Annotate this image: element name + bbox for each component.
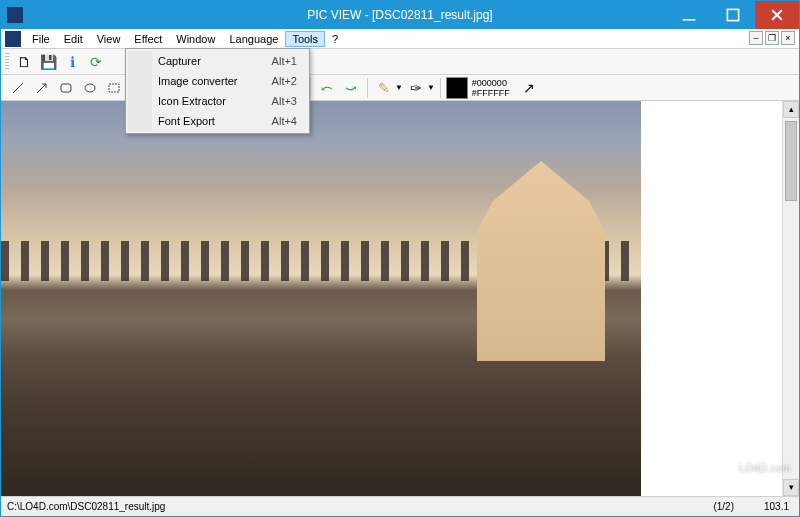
ellipse-icon <box>82 80 98 96</box>
menu-effect[interactable]: Effect <box>127 31 169 47</box>
status-bar: C:\LO4D.com\DSC02811_result.jpg (1/2) 10… <box>1 496 799 516</box>
info-icon: ℹ <box>70 54 75 70</box>
dropdown-arrow-icon-2[interactable]: ▼ <box>427 83 435 92</box>
scroll-up-button[interactable]: ▴ <box>783 101 799 118</box>
menu-edit[interactable]: Edit <box>57 31 90 47</box>
window-title: PIC VIEW - [DSC02811_result.jpg] <box>307 8 492 22</box>
displayed-image <box>1 101 641 496</box>
save-icon: 💾 <box>40 54 57 70</box>
svg-point-7 <box>85 84 95 92</box>
toolbar-grip[interactable] <box>5 53 9 71</box>
title-bar: PIC VIEW - [DSC02811_result.jpg] <box>1 1 799 29</box>
minimize-icon <box>681 7 697 23</box>
toolbar-separator-2 <box>310 78 311 98</box>
dotted-rect-icon <box>106 80 122 96</box>
tools-capturer[interactable]: Capturer Alt+1 <box>128 51 307 71</box>
menu-bar: File Edit View Effect Window Language To… <box>1 29 799 49</box>
new-button[interactable]: 🗋 <box>13 51 35 73</box>
menu-item-shortcut: Alt+3 <box>272 95 297 107</box>
close-icon <box>769 7 785 23</box>
menu-help[interactable]: ? <box>325 31 345 47</box>
status-zoom: 103.1 <box>764 501 789 512</box>
menu-item-label: Capturer <box>158 55 201 67</box>
minimize-button[interactable] <box>667 1 711 29</box>
rotate-left-icon: ⤺ <box>321 80 333 96</box>
svg-rect-1 <box>727 9 738 20</box>
mdi-close-button[interactable]: × <box>781 31 795 45</box>
menu-item-shortcut: Alt+4 <box>272 115 297 127</box>
drawing-toolbar: ↶ ↷ ⤺ ⤻ ✎ ▼ ✑ ▼ #000000 #FFFFFF ↗ <box>1 75 799 101</box>
arrow-tool[interactable] <box>31 77 53 99</box>
menu-view[interactable]: View <box>90 31 128 47</box>
line-icon <box>10 80 26 96</box>
status-page: (1/2) <box>713 501 734 512</box>
info-button[interactable]: ℹ <box>61 51 83 73</box>
brush-tool[interactable]: ✎ <box>373 77 395 99</box>
watermark: LO4D.com <box>739 463 791 474</box>
menu-window[interactable]: Window <box>169 31 222 47</box>
arrow-icon <box>34 80 50 96</box>
tools-font-export[interactable]: Font Export Alt+4 <box>128 111 307 131</box>
svg-rect-8 <box>109 84 119 92</box>
mdi-controls: – ❐ × <box>749 31 795 45</box>
scroll-down-button[interactable]: ▾ <box>783 479 799 496</box>
menu-tools[interactable]: Tools <box>285 31 325 47</box>
svg-rect-6 <box>61 84 71 92</box>
bg-color-value: #FFFFFF <box>472 88 510 98</box>
rotate-right-button[interactable]: ⤻ <box>340 77 362 99</box>
new-file-icon: 🗋 <box>17 54 31 70</box>
mdi-restore-button[interactable]: ❐ <box>765 31 779 45</box>
scroll-thumb[interactable] <box>785 121 797 201</box>
toolbar-separator-3 <box>367 78 368 98</box>
pen-tool[interactable]: ✑ <box>405 77 427 99</box>
image-detail-building <box>461 161 621 361</box>
line-tool[interactable] <box>7 77 29 99</box>
app-icon <box>7 7 23 23</box>
app-window: PIC VIEW - [DSC02811_result.jpg] File Ed… <box>0 0 800 517</box>
vertical-scrollbar[interactable]: ▴ ▾ <box>782 101 799 496</box>
refresh-icon: ⟳ <box>90 54 102 70</box>
tools-dropdown: Capturer Alt+1 Image converter Alt+2 Ico… <box>125 48 310 134</box>
ellipse-tool[interactable] <box>79 77 101 99</box>
status-filepath: C:\LO4D.com\DSC02811_result.jpg <box>7 501 165 512</box>
eyedropper-icon: ↗ <box>523 80 535 96</box>
main-toolbar: 🗋 💾 ℹ ⟳ 📂 ⧉ <box>1 49 799 75</box>
refresh-button[interactable]: ⟳ <box>85 51 107 73</box>
toolbar-separator-4 <box>440 78 441 98</box>
svg-line-5 <box>37 84 46 93</box>
mdi-minimize-button[interactable]: – <box>749 31 763 45</box>
maximize-icon <box>725 7 741 23</box>
foreground-color-swatch[interactable] <box>446 77 468 99</box>
image-viewport[interactable]: ▴ ▾ LO4D.com <box>1 101 799 496</box>
brush-icon: ✎ <box>378 80 390 96</box>
menu-item-shortcut: Alt+1 <box>272 55 297 67</box>
eyedropper-button[interactable]: ↗ <box>518 77 540 99</box>
app-icon-small <box>5 31 21 47</box>
menu-item-label: Font Export <box>158 115 215 127</box>
tools-image-converter[interactable]: Image converter Alt+2 <box>128 71 307 91</box>
fg-color-value: #000000 <box>472 78 510 88</box>
pen-icon: ✑ <box>410 80 422 96</box>
rotate-right-icon: ⤻ <box>345 80 357 96</box>
menu-item-label: Icon Extractor <box>158 95 226 107</box>
rect-tool[interactable] <box>55 77 77 99</box>
window-controls <box>667 1 799 29</box>
color-codes: #000000 #FFFFFF <box>472 78 510 98</box>
save-button[interactable]: 💾 <box>37 51 59 73</box>
maximize-button[interactable] <box>711 1 755 29</box>
close-button[interactable] <box>755 1 799 29</box>
svg-line-4 <box>13 83 23 93</box>
rect-icon <box>58 80 74 96</box>
tools-icon-extractor[interactable]: Icon Extractor Alt+3 <box>128 91 307 111</box>
dotted-rect-tool[interactable] <box>103 77 125 99</box>
menu-language[interactable]: Language <box>222 31 285 47</box>
menu-item-shortcut: Alt+2 <box>272 75 297 87</box>
dropdown-arrow-icon[interactable]: ▼ <box>395 83 403 92</box>
menu-item-label: Image converter <box>158 75 237 87</box>
rotate-left-button[interactable]: ⤺ <box>316 77 338 99</box>
menu-file[interactable]: File <box>25 31 57 47</box>
